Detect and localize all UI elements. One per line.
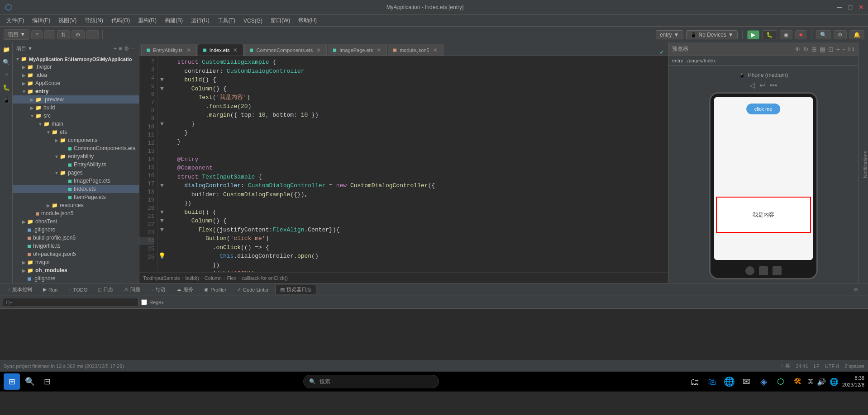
volume-icon[interactable]: 🔊	[817, 377, 826, 386]
maximize-button[interactable]: □	[847, 4, 854, 10]
git-icon-sidebar[interactable]: ⑂	[1, 70, 11, 80]
code-editor[interactable]: 23456 7891011 1213141516 1718192021 2223…	[139, 56, 668, 272]
preview-zoom-in-icon[interactable]: +	[836, 46, 840, 53]
menu-build[interactable]: 构建(B)	[161, 16, 186, 25]
tree-item-pages[interactable]: ▼ 📁 pages	[13, 169, 139, 177]
device-icon-sidebar[interactable]: 📱	[1, 95, 11, 105]
tree-item-main[interactable]: ▼ 📁 main	[13, 120, 139, 128]
taskbar-devtools-icon[interactable]: 🛠	[791, 374, 805, 389]
menu-vcs[interactable]: VCS(G)	[240, 17, 266, 25]
tab-common-components[interactable]: ◼ CommonComponents.ets ✕	[244, 44, 327, 56]
tree-item-module-json[interactable]: ◼ module.json5	[13, 209, 139, 217]
tree-item-ohostest[interactable]: ▶ 📁 ohosTest	[13, 217, 139, 226]
tree-collapse-icon[interactable]: ≡	[119, 45, 122, 52]
gear-btn[interactable]: ⚙	[834, 30, 847, 39]
tab-ip-close[interactable]: ✕	[376, 47, 382, 53]
code-content[interactable]: struct CustomDialogExample { controller:…	[167, 56, 668, 272]
debug-icon-sidebar[interactable]: 🐛	[1, 82, 11, 92]
minimize-button[interactable]: ─	[836, 4, 843, 10]
network-icon[interactable]: 🌐	[830, 377, 839, 386]
toolbar-layout-btn[interactable]: ≡	[31, 30, 43, 39]
tree-item-oh-modules[interactable]: ▶ 📁 oh_modules	[13, 266, 139, 274]
tab-todo[interactable]: ≡ TODO	[64, 286, 92, 293]
menu-edit[interactable]: 编辑(E)	[29, 16, 54, 25]
tree-add-icon[interactable]: +	[114, 45, 117, 52]
tree-close-icon[interactable]: ─	[131, 45, 135, 52]
tab-cc-close[interactable]: ✕	[315, 47, 322, 53]
tab-entryability[interactable]: ◼ EntryAbility.ts ✕	[141, 44, 197, 56]
screen-click-me-button[interactable]: click me	[746, 104, 781, 114]
regex-checkbox[interactable]	[141, 299, 147, 305]
prev-more-icon[interactable]: •••	[770, 81, 777, 90]
taskbar-store-icon[interactable]: 🛍	[705, 374, 719, 389]
tree-item-hvigor[interactable]: ▶ 📁 .hvigor	[13, 63, 139, 71]
tree-item-build-profile[interactable]: ◼ build-profile.json5	[13, 234, 139, 242]
log-search-input[interactable]	[3, 298, 138, 307]
tree-item-entryability[interactable]: ▼ 📁 entryability	[13, 152, 139, 160]
phone-nav-back[interactable]	[745, 266, 754, 275]
menu-code[interactable]: 代码(O)	[108, 16, 134, 25]
preview-grid-icon[interactable]: ⊞	[811, 46, 817, 53]
menu-app[interactable]: 文件(F)	[3, 16, 28, 25]
tree-item-idea[interactable]: ▶ 📁 .idea	[13, 71, 139, 79]
tree-item-itempage[interactable]: ◼ ItemPage.ets	[13, 193, 139, 201]
tree-item-entry[interactable]: ▼ 📁 entry	[13, 87, 139, 95]
close-button[interactable]: ✕	[858, 4, 864, 10]
taskbar-taskview-icon[interactable]: ⊟	[40, 374, 54, 389]
taskbar-vscode-icon[interactable]: ◈	[756, 374, 771, 389]
run-button[interactable]: ▶	[747, 30, 759, 39]
stop-button[interactable]: ■	[795, 30, 806, 39]
taskbar-terminal-icon[interactable]: ⬡	[773, 374, 788, 389]
tree-item-appscope[interactable]: ▶ 📁 AppScope	[13, 79, 139, 87]
tree-item-preview[interactable]: ▶ 📁 .preview	[13, 95, 139, 104]
toolbar-settings-btn[interactable]: ⚙	[72, 30, 85, 39]
notification-btn[interactable]: 🔔	[849, 30, 864, 39]
tree-item-components[interactable]: ▶ 📁 components	[13, 136, 139, 144]
tab-index-close[interactable]: ✕	[232, 47, 238, 53]
phone-nav-home[interactable]	[759, 266, 768, 275]
tab-browser-log[interactable]: ▤ 预览器日志	[275, 285, 316, 294]
system-clock[interactable]: 8:38 2023/12/8	[842, 375, 864, 389]
bottom-close-icon[interactable]: ─	[861, 287, 865, 293]
menu-view[interactable]: 视图(V)	[55, 16, 80, 25]
search-icon-sidebar[interactable]: 🔍	[1, 57, 11, 67]
menu-run[interactable]: 运行(U)	[187, 16, 213, 25]
preview-expand-icon[interactable]: ⊡	[828, 46, 834, 53]
tab-services[interactable]: ☁ 服务	[172, 285, 198, 294]
preview-zoom-out-icon[interactable]: -	[843, 46, 845, 53]
tree-item-ets[interactable]: ▼ 📁 ets	[13, 128, 139, 136]
tab-code-linter[interactable]: ✓ Code Linter	[233, 286, 273, 293]
tree-item-index-ets[interactable]: ◼ Index.ets	[13, 185, 139, 193]
menu-help[interactable]: 帮助(H)	[295, 16, 320, 25]
toolbar-up-btn[interactable]: ↕	[44, 30, 55, 39]
tab-profiler[interactable]: ◉ Profiler	[200, 286, 231, 293]
phone-nav-recent[interactable]	[773, 266, 782, 275]
tree-item-entryability-ts[interactable]: ◼ EntryAbility.ts	[13, 160, 139, 169]
tree-item-gitignore2[interactable]: ◼ .gitignore	[13, 274, 139, 283]
start-button[interactable]: ⊞	[4, 373, 20, 390]
tab-entryability-close[interactable]: ✕	[186, 47, 192, 53]
tab-module-json[interactable]: ◼ module.json5 ✕	[388, 44, 443, 56]
tab-version-control[interactable]: ⑂ 版本控制	[3, 285, 37, 294]
taskbar-explorer-icon[interactable]: 🗂	[687, 374, 702, 389]
prev-back-icon[interactable]: ◁	[749, 81, 755, 90]
tree-item-hvigor2[interactable]: ▶ 📁 hvigor	[13, 258, 139, 266]
tree-settings-icon[interactable]: ⚙	[124, 45, 129, 52]
bottom-settings-icon[interactable]: ⚙	[854, 287, 858, 293]
menu-window[interactable]: 窗口(W)	[267, 16, 294, 25]
taskbar-mail-icon[interactable]: ✉	[739, 374, 754, 389]
prev-rotate-icon[interactable]: ↩	[759, 81, 765, 90]
menu-tools[interactable]: 工具(T)	[214, 16, 239, 25]
folder-icon-sidebar[interactable]: 📁	[1, 44, 11, 54]
tree-item-build[interactable]: ▶ 📁 build	[13, 104, 139, 112]
taskbar-search-icon[interactable]: 🔍	[23, 374, 37, 389]
tree-item-gitignore[interactable]: ◼ .gitignore	[13, 226, 139, 234]
tab-log[interactable]: □ 日志	[94, 285, 118, 294]
devices-dropdown[interactable]: 📱 No Devices ▼	[686, 30, 738, 39]
entry-dropdown[interactable]: entry ▼	[656, 30, 683, 39]
tab-index-ets[interactable]: ◼ Index.ets ✕	[198, 44, 244, 56]
profile-button[interactable]: ◉	[780, 30, 792, 39]
debug-button[interactable]: 🐛	[762, 30, 777, 39]
taskbar-search-bar[interactable]: 🔍 搜索	[303, 375, 439, 388]
tab-imagepage[interactable]: ◼ ImagePage.ets ✕	[328, 44, 387, 56]
